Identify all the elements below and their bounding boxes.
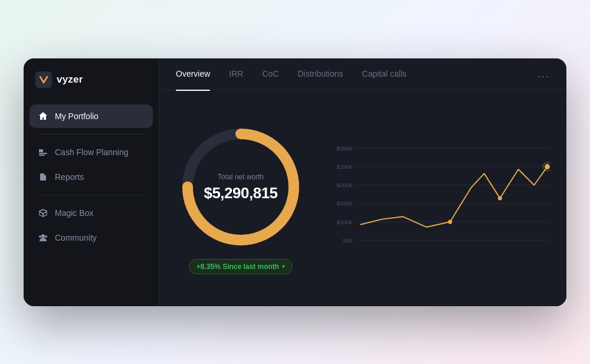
sidebar-item-reports[interactable]: Reports [30, 165, 153, 189]
community-icon [38, 232, 48, 243]
donut-center: Total net worth $5,290,815 [204, 172, 277, 201]
svg-text:$300k: $300k [337, 145, 353, 151]
reports-label: Reports [55, 172, 84, 182]
magicbox-label: Magic Box [55, 208, 93, 218]
cashflow-label: Cash Flow Planning [55, 147, 129, 157]
badge-text: +8.35% Since last month [196, 263, 279, 271]
sidebar-item-cashflow[interactable]: Cash Flow Planning [30, 140, 153, 164]
tab-capital-calls[interactable]: Capital calls [362, 67, 407, 81]
donut-chart-section: Total net worth $5,290,815 +8.35% Since … [176, 122, 306, 274]
line-chart-section: $300k $250k $200k $150k $100k 50k [329, 130, 550, 266]
logo-text: vyzer [57, 74, 83, 86]
svg-point-6 [45, 235, 47, 238]
tab-overview[interactable]: Overview [176, 67, 210, 81]
content-area: Total net worth $5,290,815 +8.35% Since … [159, 90, 566, 306]
tab-coc[interactable]: CoC [262, 67, 278, 81]
home-icon [38, 111, 48, 122]
logo: vyzer [24, 58, 159, 104]
sidebar-item-portfolio[interactable]: My Portfolio [30, 104, 153, 128]
sidebar-item-magicbox[interactable]: Magic Box [30, 201, 153, 225]
nav-divider-1 [35, 134, 147, 135]
nav-divider-2 [35, 195, 147, 195]
svg-point-4 [41, 234, 45, 238]
logo-svg [38, 74, 49, 85]
svg-text:$100k: $100k [337, 218, 353, 225]
svg-text:$150k: $150k [337, 200, 353, 206]
donut-label: Total net worth [204, 172, 277, 181]
logo-icon [35, 71, 52, 88]
svg-text:$250k: $250k [337, 163, 353, 170]
svg-rect-0 [39, 153, 47, 154]
sidebar-navigation: My Portfolio Cash Flow Planning [24, 104, 159, 250]
sidebar-item-community[interactable]: Community [30, 226, 153, 250]
svg-text:$200k: $200k [337, 182, 353, 188]
tab-distributions[interactable]: Distributions [298, 67, 343, 81]
svg-point-5 [39, 235, 41, 238]
main-content: Overview IRR CoC Distributions Capital c… [159, 58, 566, 306]
portfolio-label: My Portfolio [55, 112, 99, 121]
box-icon [38, 208, 48, 218]
donut-value: $5,290,815 [204, 184, 277, 201]
svg-rect-3 [41, 178, 44, 178]
donut-container: Total net worth $5,290,815 [176, 122, 306, 252]
line-chart-svg: $300k $250k $200k $150k $100k 50k [329, 130, 550, 266]
svg-rect-2 [41, 176, 45, 177]
sidebar: vyzer My Portfolio [24, 58, 159, 306]
chart-point [448, 219, 452, 224]
tabs-bar: Overview IRR CoC Distributions Capital c… [159, 58, 566, 90]
community-label: Community [55, 233, 97, 242]
more-options-button[interactable]: ... [537, 68, 550, 80]
svg-rect-1 [39, 155, 45, 156]
reports-icon [38, 172, 48, 182]
chart-point-end [545, 164, 550, 169]
app-window: vyzer My Portfolio [24, 58, 566, 306]
tab-irr[interactable]: IRR [229, 67, 243, 81]
svg-text:50k: 50k [343, 237, 352, 243]
chart-point [498, 196, 502, 200]
cashflow-icon [38, 147, 48, 158]
donut-badge[interactable]: +8.35% Since last month ▾ [189, 259, 293, 274]
chevron-down-icon: ▾ [282, 263, 285, 270]
